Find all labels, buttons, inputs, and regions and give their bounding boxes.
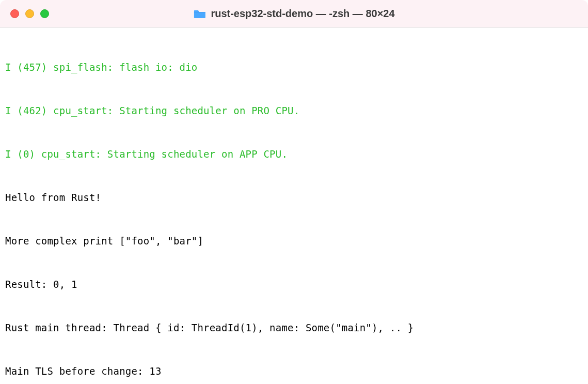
- folder-icon: [193, 9, 205, 19]
- maximize-icon[interactable]: [40, 9, 49, 18]
- close-icon[interactable]: [10, 9, 19, 18]
- log-line: Hello from Rust!: [5, 190, 583, 205]
- terminal-window: rust-esp32-std-demo — -zsh — 80×24 I (45…: [0, 0, 588, 384]
- title-wrap: rust-esp32-std-demo — -zsh — 80×24: [193, 8, 394, 20]
- traffic-lights: [10, 9, 49, 18]
- log-line: Result: 0, 1: [5, 277, 583, 291]
- log-line: Main TLS before change: 13: [5, 364, 583, 378]
- log-line: I (457) spi_flash: flash io: dio: [5, 60, 583, 74]
- window-title: rust-esp32-std-demo — -zsh — 80×24: [211, 8, 394, 20]
- log-line: Rust main thread: Thread { id: ThreadId(…: [5, 320, 583, 335]
- terminal-output[interactable]: I (457) spi_flash: flash io: dio I (462)…: [0, 28, 588, 384]
- log-line: More complex print ["foo", "bar"]: [5, 234, 583, 248]
- minimize-icon[interactable]: [25, 9, 34, 18]
- log-line: I (462) cpu_start: Starting scheduler on…: [5, 103, 583, 118]
- log-line: I (0) cpu_start: Starting scheduler on A…: [5, 147, 583, 161]
- titlebar[interactable]: rust-esp32-std-demo — -zsh — 80×24: [0, 0, 588, 28]
